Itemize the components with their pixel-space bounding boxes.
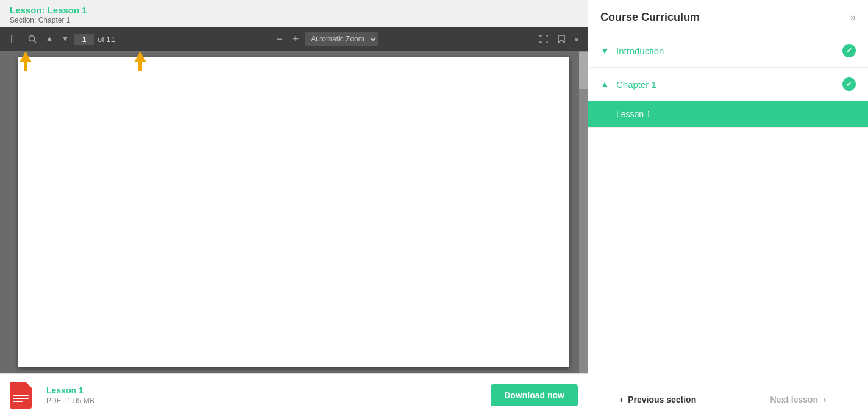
pdf-page <box>18 57 569 367</box>
section-header-chapter1[interactable]: ▲ Chapter 1 ✓ <box>588 68 868 101</box>
arrow-annotation-left <box>20 51 32 62</box>
lesson-item-lesson1[interactable]: Lesson 1 <box>588 101 868 127</box>
svg-marker-4 <box>47 37 52 41</box>
file-name: Lesson 1 <box>46 386 481 395</box>
arrow-stem-left <box>24 62 27 71</box>
curriculum-panel: Course Curriculum » ▼ Introduction ✓ ▲ C… <box>588 0 868 416</box>
file-info: Lesson 1 PDF · 1.05 MB <box>46 386 481 405</box>
lesson-section: Section: Chapter 1 <box>10 16 578 24</box>
section-header-introduction[interactable]: ▼ Introduction ✓ <box>588 34 868 67</box>
next-lesson-button[interactable]: Next lesson › <box>728 382 868 416</box>
chevron-chapter1: ▲ <box>600 79 610 89</box>
section-item-introduction: ▼ Introduction ✓ <box>588 34 868 68</box>
download-button[interactable]: Download now <box>491 384 578 406</box>
prev-section-label: Previous section <box>628 395 696 404</box>
fullscreen-button[interactable] <box>536 32 552 46</box>
toggle-sidebar-button[interactable] <box>5 32 22 46</box>
curriculum-title: Course Curriculum <box>600 11 700 24</box>
arrow-stem-right <box>138 62 142 71</box>
pdf-toolbar: 1 of 11 − + Automatic Zoom 50% 75% 100% … <box>0 27 588 51</box>
zoom-select[interactable]: Automatic Zoom 50% 75% 100% 125% 150% 20… <box>305 32 378 46</box>
search-button[interactable] <box>24 32 40 46</box>
pdf-content-area <box>0 51 588 373</box>
check-icon-introduction: ✓ <box>842 44 856 57</box>
more-tools-button[interactable]: » <box>571 32 583 46</box>
next-lesson-label: Next lesson <box>770 395 819 404</box>
lesson-header: Lesson: Lesson 1 Section: Chapter 1 <box>0 0 588 27</box>
pdf-viewer-panel: Lesson: Lesson 1 Section: Chapter 1 <box>0 0 588 416</box>
curriculum-header: Course Curriculum » <box>588 0 868 34</box>
curriculum-collapse-icon[interactable]: » <box>850 11 856 24</box>
file-icon <box>10 382 37 409</box>
svg-line-3 <box>34 41 37 43</box>
bookmark-button[interactable] <box>554 32 569 46</box>
arrow-annotation-right <box>134 51 146 62</box>
svg-rect-0 <box>9 35 18 43</box>
svg-marker-5 <box>63 37 68 41</box>
pdf-scrollbar-thumb[interactable] <box>579 52 588 89</box>
pdf-scrollbar[interactable] <box>579 51 588 373</box>
check-icon-chapter1: ✓ <box>842 77 856 91</box>
prev-page-button[interactable] <box>43 34 56 45</box>
page-number-input[interactable]: 1 <box>74 34 94 45</box>
lesson-item-label: Lesson 1 <box>616 109 651 119</box>
svg-marker-6 <box>558 35 564 43</box>
prev-chevron-icon: ‹ <box>620 394 623 405</box>
zoom-out-button[interactable]: − <box>272 30 286 48</box>
section-name-chapter1: Chapter 1 <box>616 79 836 90</box>
prev-section-button[interactable]: ‹ Previous section <box>588 382 728 416</box>
file-meta: PDF · 1.05 MB <box>46 396 481 405</box>
chevron-introduction: ▼ <box>600 46 610 56</box>
next-page-button[interactable] <box>59 34 72 45</box>
next-chevron-icon: › <box>823 394 826 405</box>
section-item-chapter1: ▲ Chapter 1 ✓ Lesson 1 <box>588 68 868 128</box>
bottom-bar: Lesson 1 PDF · 1.05 MB Download now <box>0 373 588 416</box>
nav-footer: ‹ Previous section Next lesson › <box>588 382 868 416</box>
lesson-title: Lesson: Lesson 1 <box>10 5 578 15</box>
section-name-introduction: Introduction <box>616 46 836 56</box>
page-total: of 11 <box>98 35 115 44</box>
zoom-in-button[interactable]: + <box>289 30 303 48</box>
curriculum-list: ▼ Introduction ✓ ▲ Chapter 1 ✓ Lesson 1 <box>588 34 868 382</box>
svg-point-2 <box>29 36 35 41</box>
